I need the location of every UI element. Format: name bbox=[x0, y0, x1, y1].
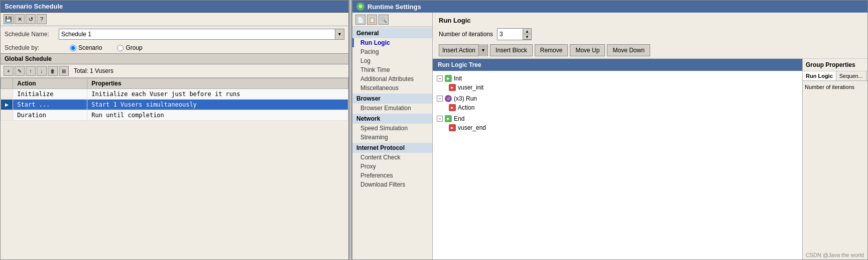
number-of-iterations-label: Number of iterations bbox=[805, 84, 854, 90]
sidebar-item-preferences[interactable]: Preferences bbox=[352, 171, 432, 180]
gp-tab-run-logic[interactable]: Run Logic bbox=[803, 71, 836, 80]
total-vusers-label: Total: 1 Vusers bbox=[74, 67, 113, 74]
insert-block-button[interactable]: Insert Block bbox=[490, 44, 533, 56]
iterations-input[interactable] bbox=[498, 29, 523, 40]
sidebar-new-button[interactable]: 📄 bbox=[355, 15, 365, 25]
runtime-icon: ⚙ bbox=[356, 3, 364, 11]
table-row[interactable]: Duration Run until completion bbox=[1, 110, 348, 121]
sidebar-item-run-logic[interactable]: Run Logic bbox=[352, 38, 432, 47]
sidebar-item-think-time[interactable]: Think Time bbox=[352, 65, 432, 74]
spinner-up-button[interactable]: ▲ bbox=[523, 29, 531, 34]
action-cell: Duration bbox=[13, 110, 87, 121]
run-icon: ↺ bbox=[445, 95, 452, 102]
scenario-schedule-title-text: Scenario Schedule bbox=[5, 3, 63, 10]
tree-node-init: − ► Init bbox=[437, 74, 798, 83]
properties-cell: Run until completion bbox=[87, 110, 348, 121]
group-properties-tabs: Run Logic Sequen... bbox=[803, 71, 867, 81]
tree-node-vuser-end: ► vuser_end bbox=[449, 123, 798, 132]
global-schedule-header: Global Schedule bbox=[1, 53, 348, 64]
sidebar-browser-header: Browser bbox=[352, 94, 432, 104]
help-button[interactable]: ? bbox=[37, 14, 47, 24]
end-label: End bbox=[454, 115, 464, 122]
edit-action-button[interactable]: ✎ bbox=[15, 66, 25, 76]
refresh-button[interactable]: ↺ bbox=[26, 14, 36, 24]
group-radio-option[interactable]: Group bbox=[117, 44, 142, 51]
scenario-radio[interactable] bbox=[70, 45, 76, 51]
actions-toolbar: + ✎ ↑ ↓ 🗑 ⊞ Total: 1 Vusers bbox=[1, 64, 348, 78]
row-indicator-header bbox=[1, 78, 13, 89]
action-label: Action bbox=[458, 104, 474, 111]
remove-button[interactable]: Remove bbox=[535, 44, 568, 56]
sidebar-item-miscellaneous[interactable]: Miscellaneous bbox=[352, 83, 432, 93]
sidebar-item-browser-emulation[interactable]: Browser Emulation bbox=[352, 104, 432, 113]
gp-tab-sequen[interactable]: Sequen... bbox=[836, 71, 866, 80]
spinner-buttons: ▲ ▼ bbox=[523, 29, 531, 40]
vuser-init-label: vuser_init bbox=[458, 84, 483, 91]
sidebar-item-additional-attributes[interactable]: Additional Attributes bbox=[352, 74, 432, 83]
sidebar-general-header: General bbox=[352, 28, 432, 38]
properties-cell: Initialize each Vuser just before it run… bbox=[87, 89, 348, 100]
tree-body: − ► Init ► vuser_init − ↺ (x3) Run bbox=[433, 71, 802, 259]
init-label: Init bbox=[454, 75, 462, 82]
sidebar-item-download-filters[interactable]: Download Filters bbox=[352, 180, 432, 189]
schedule-by-label: Schedule by: bbox=[5, 44, 55, 51]
sidebar-item-content-check[interactable]: Content Check bbox=[352, 153, 432, 162]
global-schedule-label: Global Schedule bbox=[5, 55, 52, 62]
sidebar-item-log[interactable]: Log bbox=[352, 56, 432, 65]
table-row[interactable]: ▶ Start ... Start 1 Vusers simultaneousl… bbox=[1, 100, 348, 110]
table-row[interactable]: Initialize Initialize each Vuser just be… bbox=[1, 89, 348, 100]
vuser-end-icon: ► bbox=[449, 124, 456, 131]
add-action-button[interactable]: + bbox=[4, 66, 14, 76]
iterations-spinner[interactable]: ▲ ▼ bbox=[497, 28, 532, 40]
action-column-header: Action bbox=[13, 78, 87, 89]
schedule-name-label: Schedule Name: bbox=[5, 31, 55, 38]
delete-action-button[interactable]: 🗑 bbox=[48, 66, 58, 76]
dropdown-arrow-icon[interactable]: ▼ bbox=[335, 29, 344, 39]
sidebar-copy-button[interactable]: 📋 bbox=[367, 15, 377, 25]
spinner-down-button[interactable]: ▼ bbox=[523, 34, 531, 40]
runtime-main-content: Run Logic Number of iterations ▲ ▼ Inser… bbox=[433, 13, 867, 259]
expand-end-icon[interactable]: − bbox=[437, 116, 443, 122]
sidebar-toolbar: 📄 📋 🔍 bbox=[352, 13, 432, 27]
sidebar-item-speed-simulation[interactable]: Speed Simulation bbox=[352, 124, 432, 133]
schedule-name-dropdown[interactable]: ▼ bbox=[59, 29, 344, 40]
action-cell-selected: Start ... bbox=[13, 100, 87, 110]
move-down-button-left[interactable]: ↓ bbox=[37, 66, 47, 76]
scenario-radio-label: Scenario bbox=[78, 44, 102, 51]
scenario-radio-option[interactable]: Scenario bbox=[70, 44, 102, 51]
insert-action-arrow-icon[interactable]: ▼ bbox=[478, 44, 487, 56]
sidebar-item-pacing[interactable]: Pacing bbox=[352, 47, 432, 56]
runtime-sidebar: 📄 📋 🔍 General Run Logic Pacing Log Think… bbox=[352, 13, 433, 259]
grid-view-button[interactable]: ⊞ bbox=[59, 66, 69, 76]
expand-run-icon[interactable]: − bbox=[437, 96, 443, 102]
run-label: (x3) Run bbox=[454, 95, 477, 102]
row-indicator bbox=[1, 110, 13, 121]
sidebar-search-button[interactable]: 🔍 bbox=[379, 15, 389, 25]
move-up-button-rt[interactable]: Move Up bbox=[570, 44, 605, 56]
end-icon: ► bbox=[445, 115, 452, 122]
move-down-button-rt[interactable]: Move Down bbox=[607, 44, 650, 56]
sidebar-item-streaming[interactable]: Streaming bbox=[352, 133, 432, 142]
schedule-name-input[interactable] bbox=[59, 30, 335, 39]
runtime-settings-title: Runtime Settings bbox=[367, 3, 421, 11]
group-properties-panel: Group Properties Run Logic Sequen... Num… bbox=[802, 59, 867, 259]
insert-action-button[interactable]: Insert Action ▼ bbox=[439, 44, 488, 56]
action-icon: ► bbox=[449, 104, 456, 111]
schedule-by-row: Schedule by: Scenario Group bbox=[1, 42, 348, 53]
row-indicator bbox=[1, 89, 13, 100]
run-logic-tree: Run Logic Tree − ► Init ► vuser_init bbox=[433, 59, 802, 259]
run-logic-content: Run Logic Tree − ► Init ► vuser_init bbox=[433, 59, 867, 259]
properties-cell-selected: Start 1 Vusers simultaneously bbox=[87, 100, 348, 110]
tree-node-vuser-init: ► vuser_init bbox=[449, 83, 798, 92]
number-of-iterations-row: Number of iterations bbox=[805, 83, 865, 91]
save-button[interactable]: 💾 bbox=[4, 14, 14, 24]
sidebar-item-proxy[interactable]: Proxy bbox=[352, 162, 432, 171]
runtime-settings-title-bar: ⚙ Runtime Settings bbox=[352, 1, 867, 13]
move-up-button[interactable]: ↑ bbox=[26, 66, 36, 76]
close-button[interactable]: ✕ bbox=[15, 14, 25, 24]
tree-header: Run Logic Tree bbox=[433, 59, 802, 71]
expand-init-icon[interactable]: − bbox=[437, 75, 443, 81]
run-logic-toolbar: Insert Action ▼ Insert Block Remove Move… bbox=[433, 42, 867, 59]
tree-node-action: ► Action bbox=[449, 103, 798, 112]
group-radio[interactable] bbox=[117, 45, 123, 51]
